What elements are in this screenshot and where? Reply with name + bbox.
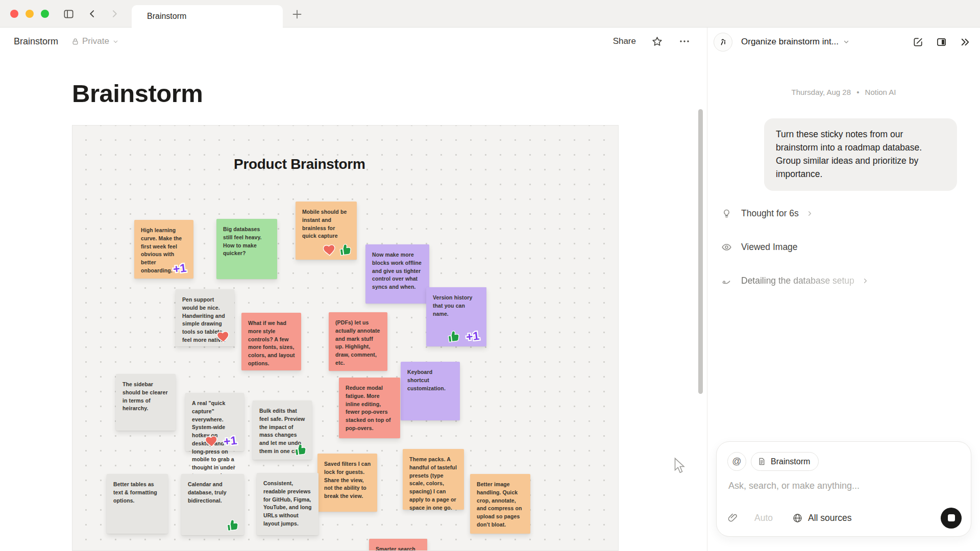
globe-icon [792,513,803,523]
loop-icon [721,276,732,286]
sticker-row [225,518,240,533]
breadcrumb[interactable]: Brainstorm [14,36,58,47]
sticker-row [215,330,231,344]
sticky-note-text: Better image handling. Quick crop, annot… [477,481,524,529]
sticky-note-text: Theme packs. A handful of tasteful prese… [409,456,458,512]
mention-button[interactable]: @ [727,452,746,471]
notion-ai-face-icon [714,33,732,52]
sticky-note[interactable]: Smarter search chips. [369,539,427,551]
board-title: Product Brainstorm [234,156,365,172]
sticky-note-text: Calendar and database, truly bidirection… [188,481,238,505]
sticky-note-text: Smarter search chips. [376,545,421,551]
page-content: Brainstorm Product Brainstorm High learn… [0,55,707,551]
conversation-date: Thursday, Aug 28 • Notion AI [707,88,980,96]
vertical-scrollbar[interactable] [698,109,703,394]
stop-icon [948,514,955,521]
sticker-row [322,243,353,257]
sticky-note-text: What if we had more style controls? A fe… [248,319,295,368]
sticky-note-text: Mobile should be instant and brainless f… [302,208,351,240]
sticky-note[interactable]: Better tables as text & formatting optio… [107,474,168,534]
user-message-bubble: Turn these sticky notes from our brainst… [764,118,957,191]
sticky-note[interactable]: Big databases still feel heavy. How to m… [216,219,277,279]
thread-chevron-down-icon[interactable] [843,38,850,45]
privacy-label: Private [82,36,109,46]
collapse-sidebar-icon[interactable] [959,36,971,48]
mode-auto-button[interactable]: Auto [754,513,773,523]
tab-brainstorm[interactable]: Brainstorm [132,5,283,28]
toggle-panel-icon[interactable] [936,36,947,48]
back-button[interactable] [86,7,99,20]
eye-icon [721,242,732,253]
sticky-note[interactable]: Pen support would be nice. Handwriting a… [176,289,234,346]
status-detailing[interactable]: Detailing the database setup [721,276,869,286]
sticky-note[interactable]: Better image handling. Quick crop, annot… [470,474,530,534]
chevron-down-icon [112,38,119,45]
sticky-note[interactable]: High learning curve. Make the first week… [134,220,193,279]
page-title: Brainstorm [72,79,203,108]
all-sources-label: All sources [808,513,852,523]
date-separator: • [856,88,859,96]
sticky-note[interactable]: What if we had more style controls? A fe… [241,313,301,370]
brainstorm-board-image[interactable]: Product Brainstorm High learning curve. … [72,125,619,551]
sticky-note-text: The sidebar should be clearer in terms o… [122,381,169,413]
sticky-note[interactable]: Calendar and database, truly bidirection… [181,474,244,535]
sidebar-toggle-icon[interactable] [62,7,75,20]
attach-paperclip-icon[interactable] [727,513,738,523]
plus-one-sticker-icon: +1 [462,329,483,344]
sticky-note-text: Version history that you can name. [433,294,480,318]
sticker-row: +1 [204,433,240,448]
page-toolbar: Brainstorm Private Share [0,28,707,55]
sticky-note[interactable]: Bulk edits that feel safe. Preview the i… [253,400,312,460]
privacy-dropdown[interactable]: Private [71,36,119,46]
ai-composer: @ Brainstorm Ask, search, or make anythi… [716,441,971,537]
sticky-note-text: Reduce modal fatigue. More inline editin… [346,384,394,433]
chevron-right-icon [806,210,814,217]
all-sources-button[interactable]: All sources [792,513,852,523]
sticky-note[interactable]: Now make more blocks work offline and gi… [365,244,429,304]
forward-button[interactable] [108,7,121,20]
date-label: Thursday, Aug 28 [792,88,851,96]
more-options-icon[interactable] [678,35,691,47]
thumbs-up-sticker-icon [225,518,240,533]
sticky-note[interactable]: Saved filters I can lock for guests. Sha… [317,454,377,512]
close-window-button[interactable] [10,10,18,18]
svg-text:+1: +1 [223,433,237,448]
status-label: Detailing the database setup [741,276,854,286]
sticky-note[interactable]: Consistent, readable previews for GitHub… [257,473,318,535]
favorite-star-icon[interactable] [651,36,663,47]
zoom-window-button[interactable] [41,10,49,18]
status-thought[interactable]: Thought for 6s [721,208,814,219]
document-icon [757,457,766,466]
sticky-note[interactable]: The sidebar should be clearer in terms o… [116,374,176,431]
minimize-window-button[interactable] [26,10,34,18]
at-icon: @ [732,456,741,467]
status-viewed-image[interactable]: Viewed Image [721,242,798,253]
sticky-note-text: Keyboard shortcut customization. [407,368,454,392]
sticky-note[interactable]: Version history that you can name.+1 [426,287,486,346]
new-tab-button[interactable] [290,7,304,21]
new-chat-icon[interactable] [912,36,924,48]
sticky-note[interactable]: Keyboard shortcut customization. [401,362,460,420]
sticky-note[interactable]: Theme packs. A handful of tasteful prese… [403,449,464,510]
sticky-note[interactable]: (PDFs) let us actually annotate and mark… [329,312,387,371]
sticker-row [293,443,308,457]
stop-generation-button[interactable] [941,508,962,529]
tab-title: Brainstorm [147,12,186,21]
context-chip-brainstorm[interactable]: Brainstorm [751,452,819,471]
ai-composer-input[interactable]: Ask, search, or make anything... [728,481,953,491]
status-label: Viewed Image [741,242,798,253]
share-button[interactable]: Share [613,36,636,46]
sticky-note[interactable]: A real "quick capture" everywhere. Syste… [185,393,244,451]
tab-bar: Brainstorm [0,0,980,28]
sticky-note-text: Big databases still feel heavy. How to m… [223,226,271,258]
notion-ai-label: Notion AI [865,88,896,96]
ai-thread-title[interactable]: Organize brainstorm int... [741,37,839,47]
heart-sticker-icon [204,434,219,448]
plus-one-sticker-icon: +1 [220,433,240,448]
sticky-note[interactable]: Mobile should be instant and brainless f… [296,202,357,260]
sticky-note-text: (PDFs) let us actually annotate and mark… [335,319,381,367]
thumbs-up-sticker-icon [446,330,461,344]
sticky-note[interactable]: Reduce modal fatigue. More inline editin… [339,378,400,438]
context-chip-label: Brainstorm [771,457,810,466]
lightbulb-icon [721,209,732,218]
